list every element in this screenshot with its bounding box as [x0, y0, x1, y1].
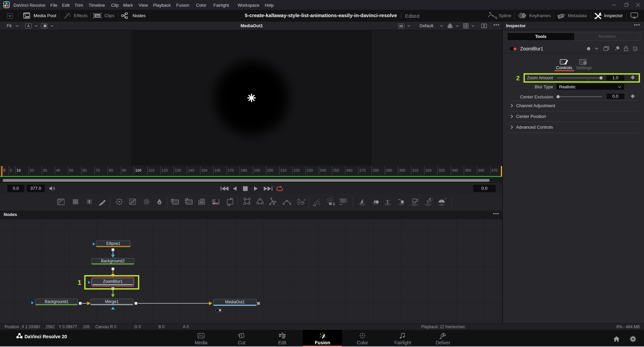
svg-text:20: 20 [30, 168, 34, 172]
svg-text:230: 230 [307, 168, 313, 172]
svg-text:A: A [27, 24, 30, 28]
svg-text:190: 190 [254, 168, 260, 172]
svg-text:40: 40 [56, 168, 60, 172]
svg-text:170: 170 [228, 168, 234, 172]
svg-text:250: 250 [333, 168, 339, 172]
svg-text:240: 240 [320, 168, 326, 172]
svg-text:140: 140 [188, 168, 194, 172]
svg-text:220: 220 [294, 168, 300, 172]
svg-text:330: 330 [439, 168, 445, 172]
svg-text:320: 320 [426, 168, 432, 172]
svg-text:5: 5 [10, 168, 12, 172]
svg-text:110: 110 [148, 168, 154, 172]
svg-text:T: T [88, 200, 91, 204]
svg-text:180: 180 [241, 168, 247, 172]
svg-text:280: 280 [373, 168, 379, 172]
svg-text:270: 270 [359, 168, 365, 172]
svg-text:350: 350 [465, 168, 471, 172]
svg-text:30: 30 [43, 168, 47, 172]
svg-text:300: 300 [399, 168, 405, 172]
svg-text:310: 310 [412, 168, 418, 172]
svg-text:90: 90 [122, 168, 126, 172]
svg-text:370: 370 [491, 168, 497, 172]
svg-text:150: 150 [201, 168, 207, 172]
svg-text:340: 340 [452, 168, 458, 172]
svg-text:10: 10 [16, 168, 20, 172]
svg-text:200: 200 [267, 168, 273, 172]
svg-text:290: 290 [386, 168, 392, 172]
svg-text:T: T [386, 199, 389, 205]
svg-text:130: 130 [175, 168, 181, 172]
svg-text:0: 0 [3, 168, 5, 172]
svg-text:60: 60 [83, 168, 87, 172]
svg-text:210: 210 [280, 168, 286, 172]
svg-text:160: 160 [214, 168, 220, 172]
svg-text:120: 120 [162, 168, 168, 172]
svg-text:360: 360 [478, 168, 484, 172]
svg-text:50: 50 [69, 168, 73, 172]
svg-text:70: 70 [96, 168, 100, 172]
svg-text:260: 260 [346, 168, 352, 172]
svg-text:80: 80 [109, 168, 113, 172]
svg-text:100: 100 [135, 168, 141, 172]
